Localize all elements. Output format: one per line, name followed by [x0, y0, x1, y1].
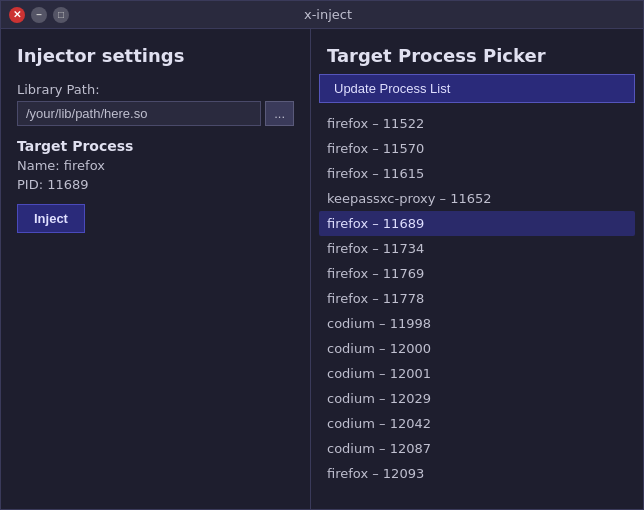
- update-process-list-button[interactable]: Update Process List: [319, 74, 635, 103]
- injector-settings-title: Injector settings: [17, 45, 294, 66]
- target-process-section: Target Process Name: firefox PID: 11689: [17, 138, 294, 192]
- list-item[interactable]: keepassxc-proxy – 11652: [319, 186, 635, 211]
- app-window: ✕ – □ x-inject Injector settings Library…: [0, 0, 644, 510]
- list-item[interactable]: firefox – 12093: [319, 461, 635, 486]
- list-item[interactable]: codium – 12087: [319, 436, 635, 461]
- window-title: x-inject: [69, 7, 587, 22]
- target-process-pid: PID: 11689: [17, 177, 294, 192]
- titlebar-controls: ✕ – □: [9, 7, 69, 23]
- target-process-name: Name: firefox: [17, 158, 294, 173]
- browse-button[interactable]: ...: [265, 101, 294, 126]
- target-process-picker-title: Target Process Picker: [311, 29, 643, 74]
- list-item[interactable]: codium – 12000: [319, 336, 635, 361]
- list-item[interactable]: codium – 11998: [319, 311, 635, 336]
- list-item[interactable]: firefox – 11689: [319, 211, 635, 236]
- list-item[interactable]: codium – 12042: [319, 411, 635, 436]
- library-path-field: Library Path: ...: [17, 82, 294, 126]
- close-button[interactable]: ✕: [9, 7, 25, 23]
- list-item[interactable]: firefox – 11570: [319, 136, 635, 161]
- library-input-row: ...: [17, 101, 294, 126]
- list-item[interactable]: firefox – 11778: [319, 286, 635, 311]
- list-item[interactable]: codium – 12029: [319, 386, 635, 411]
- inject-button[interactable]: Inject: [17, 204, 85, 233]
- right-panel: Target Process Picker Update Process Lis…: [311, 29, 643, 509]
- list-item[interactable]: firefox – 11615: [319, 161, 635, 186]
- titlebar: ✕ – □ x-inject: [1, 1, 643, 29]
- left-panel: Injector settings Library Path: ... Targ…: [1, 29, 311, 509]
- target-process-title: Target Process: [17, 138, 294, 154]
- list-item[interactable]: firefox – 11734: [319, 236, 635, 261]
- library-path-input[interactable]: [17, 101, 261, 126]
- process-list[interactable]: firefox – 11522firefox – 11570firefox – …: [311, 111, 643, 509]
- library-path-label: Library Path:: [17, 82, 294, 97]
- list-item[interactable]: codium – 12001: [319, 361, 635, 386]
- list-item[interactable]: firefox – 11522: [319, 111, 635, 136]
- minimize-button[interactable]: –: [31, 7, 47, 23]
- list-item[interactable]: firefox – 11769: [319, 261, 635, 286]
- maximize-button[interactable]: □: [53, 7, 69, 23]
- main-content: Injector settings Library Path: ... Targ…: [1, 29, 643, 509]
